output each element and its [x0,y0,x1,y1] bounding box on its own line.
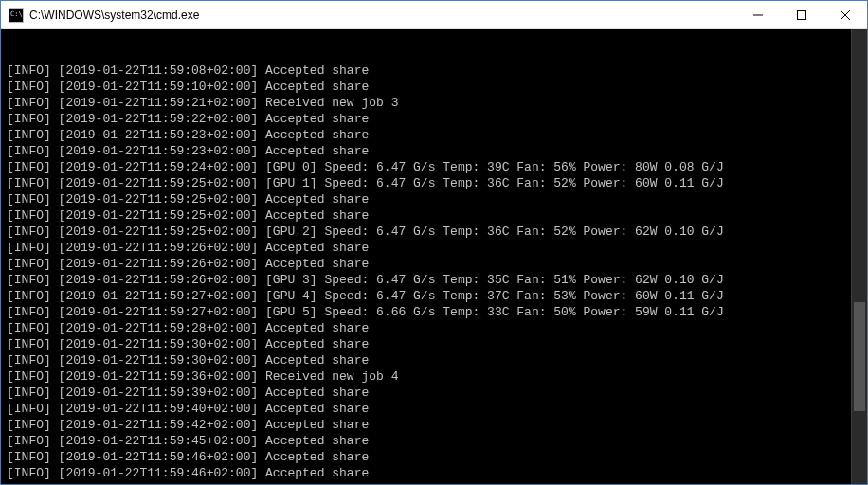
vertical-scrollbar[interactable] [851,29,867,484]
log-line: [INFO] [2019-01-22T11:59:25+02:00] Accep… [7,191,861,207]
log-line: [INFO] [2019-01-22T11:59:23+02:00] Accep… [7,127,861,143]
cmd-window: C:\ C:\WINDOWS\system32\cmd.exe [INFO] [… [0,0,868,485]
minimize-button[interactable] [736,1,780,29]
log-line: [INFO] [2019-01-22T11:59:30+02:00] Accep… [7,336,861,352]
log-line: [INFO] [2019-01-22T11:59:26+02:00] Accep… [7,256,861,272]
cmd-app-icon: C:\ [9,8,24,23]
log-line: [INFO] [2019-01-22T11:59:40+02:00] Accep… [7,401,861,417]
log-line: [INFO] [2019-01-22T11:59:30+02:00] Accep… [7,352,861,368]
log-line: [INFO] [2019-01-22T11:59:39+02:00] Accep… [7,385,861,401]
svg-rect-3 [798,10,806,19]
log-line: [INFO] [2019-01-22T11:59:46+02:00] Accep… [7,449,861,465]
log-line: [INFO] [2019-01-22T11:59:46+02:00] Accep… [7,465,861,481]
log-line: [INFO] [2019-01-22T11:59:42+02:00] Accep… [7,417,861,433]
log-line: [INFO] [2019-01-22T11:59:27+02:00] [GPU … [7,304,861,320]
log-line: [INFO] [2019-01-22T11:59:23+02:00] Accep… [7,143,861,159]
log-line: [INFO] [2019-01-22T11:59:28+02:00] Accep… [7,320,861,336]
log-line: [INFO] [2019-01-22T11:59:10+02:00] Accep… [7,79,861,95]
close-button[interactable] [823,1,867,29]
log-line: [INFO] [2019-01-22T11:59:25+02:00] [GPU … [7,175,861,191]
log-line: [INFO] [2019-01-22T11:59:21+02:00] Recei… [7,95,861,111]
log-line: [INFO] [2019-01-22T11:59:25+02:00] Accep… [7,207,861,224]
scrollbar-thumb[interactable] [854,302,865,411]
log-line: [INFO] [2019-01-22T11:59:27+02:00] [GPU … [7,288,861,304]
console-output[interactable]: [INFO] [2019-01-22T11:59:08+02:00] Accep… [1,29,867,484]
log-line: [INFO] [2019-01-22T11:59:25+02:00] [GPU … [7,224,861,240]
log-line: [INFO] [2019-01-22T11:59:36+02:00] Recei… [7,368,861,385]
svg-text:C:\: C:\ [10,10,23,18]
titlebar[interactable]: C:\ C:\WINDOWS\system32\cmd.exe [1,1,867,29]
log-line: [INFO] [2019-01-22T11:59:45+02:00] Accep… [7,433,861,449]
log-line: [INFO] [2019-01-22T11:59:24+02:00] [GPU … [7,159,861,175]
window-title: C:\WINDOWS\system32\cmd.exe [29,9,199,22]
log-line: [INFO] [2019-01-22T11:59:49+02:00] Accep… [7,481,861,484]
log-line: [INFO] [2019-01-22T11:59:22+02:00] Accep… [7,111,861,127]
log-line: [INFO] [2019-01-22T11:59:26+02:00] [GPU … [7,272,861,288]
log-line: [INFO] [2019-01-22T11:59:08+02:00] Accep… [7,63,861,79]
log-line: [INFO] [2019-01-22T11:59:26+02:00] Accep… [7,240,861,256]
maximize-button[interactable] [780,1,823,29]
